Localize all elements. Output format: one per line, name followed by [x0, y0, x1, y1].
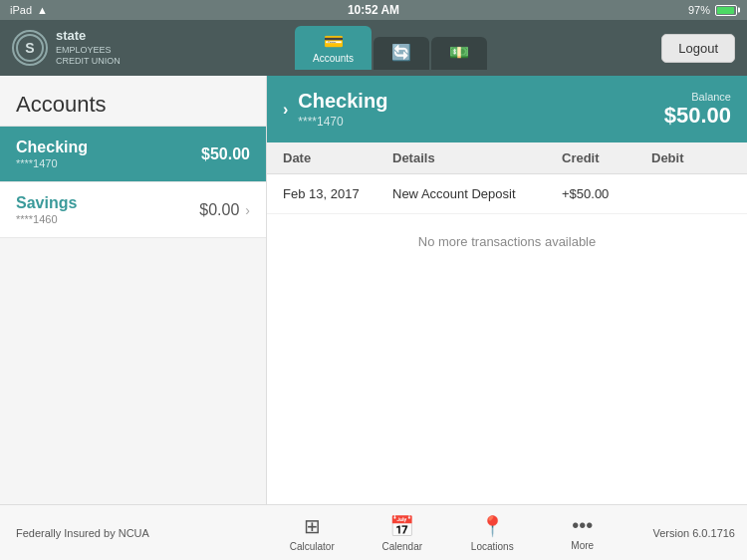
nav-calculator[interactable]: ⊞ Calculator [267, 505, 358, 561]
main-area: Accounts Checking ****1470 $50.00 Saving… [0, 76, 747, 504]
account-left-checking: Checking ****1470 [16, 139, 88, 169]
calendar-label: Calendar [381, 541, 422, 552]
nav-locations[interactable]: 📍 Locations [447, 505, 538, 561]
sidebar-title: Accounts [0, 76, 266, 127]
calendar-icon: 📅 [389, 514, 414, 538]
col-date: Date [283, 150, 392, 165]
logo-area: S state EMPLOYEES CREDIT UNION [12, 28, 121, 68]
balance-label: Balance [664, 91, 731, 103]
table-header: Date Details Credit Debit [267, 142, 747, 174]
logo-s: S [25, 40, 34, 56]
logo-circle-inner: S [16, 34, 44, 62]
tab-payments[interactable]: 💵 [431, 37, 487, 70]
right-panel: › Checking ****1470 Balance $50.00 Date … [267, 76, 747, 504]
more-label: More [571, 540, 594, 551]
expand-icon[interactable]: › [283, 101, 288, 119]
account-balance-savings: $0.00 [199, 201, 239, 219]
bottom-bar: Federally Insured by NCUA ⊞ Calculator 📅… [0, 504, 747, 560]
battery-icon [715, 5, 737, 16]
battery-pct: 97% [688, 4, 710, 16]
account-header-left: › Checking ****1470 [283, 90, 387, 129]
col-debit: Debit [651, 150, 731, 165]
account-item-checking[interactable]: Checking ****1470 $50.00 [0, 127, 266, 182]
calculator-icon: ⊞ [304, 514, 321, 538]
ipad-label: iPad [10, 4, 32, 16]
detail-account-number: ****1470 [298, 115, 387, 129]
more-icon: ••• [572, 514, 593, 537]
table-row: Feb 13, 2017 New Account Deposit +$50.00 [267, 174, 747, 214]
tx-details: New Account Deposit [392, 186, 562, 201]
transfers-tab-icon: 🔄 [391, 43, 411, 62]
chevron-right-icon: › [245, 202, 250, 218]
version-text: Version 6.0.1716 [652, 527, 735, 539]
transaction-table: Date Details Credit Debit Feb 13, 2017 N… [267, 142, 747, 504]
account-right-savings: $0.00 › [199, 201, 250, 219]
nav-tabs: 💳 Accounts 🔄 💵 [295, 26, 487, 70]
locations-icon: 📍 [480, 514, 505, 538]
col-details: Details [392, 150, 562, 165]
logo-circle: S [12, 30, 48, 66]
calculator-label: Calculator [290, 541, 335, 552]
status-bar: iPad ▲ 10:52 AM 97% [0, 0, 747, 20]
account-header-right: Balance $50.00 [664, 91, 731, 129]
account-number-checking: ****1470 [16, 157, 88, 169]
balance-amount: $50.00 [664, 103, 731, 129]
col-credit: Credit [562, 150, 651, 165]
account-left-savings: Savings ****1460 [16, 194, 77, 225]
nav-calendar[interactable]: 📅 Calendar [358, 505, 448, 561]
tx-credit: +$50.00 [562, 186, 651, 201]
version-area: Version 6.0.1716 [627, 505, 747, 560]
header: S state EMPLOYEES CREDIT UNION 💳 Account… [0, 20, 747, 76]
account-right-checking: $50.00 [201, 145, 250, 163]
logo-sub2: CREDIT UNION [56, 56, 121, 68]
no-more-transactions: No more transactions available [267, 214, 747, 269]
fdic-area: Federally Insured by NCUA [0, 505, 267, 560]
tab-transfers[interactable]: 🔄 [374, 37, 429, 70]
status-time: 10:52 AM [348, 3, 399, 17]
account-item-savings[interactable]: Savings ****1460 $0.00 › [0, 182, 266, 238]
account-name-savings: Savings [16, 194, 77, 212]
status-right: 97% [688, 4, 737, 16]
detail-account-name: Checking [298, 90, 387, 113]
nav-more[interactable]: ••• More [538, 505, 628, 561]
account-balance-checking: $50.00 [201, 145, 250, 163]
accounts-tab-label: Accounts [313, 53, 354, 64]
payments-tab-icon: 💵 [449, 43, 469, 62]
accounts-tab-icon: 💳 [324, 32, 344, 51]
logo-text: state EMPLOYEES CREDIT UNION [56, 28, 121, 68]
fdic-text: Federally Insured by NCUA [16, 527, 149, 539]
bottom-nav: ⊞ Calculator 📅 Calendar 📍 Locations ••• … [267, 505, 627, 560]
tx-date: Feb 13, 2017 [283, 186, 392, 201]
logo-state: state [56, 28, 121, 45]
logout-button[interactable]: Logout [661, 34, 735, 63]
sidebar: Accounts Checking ****1470 $50.00 Saving… [0, 76, 267, 504]
account-header: › Checking ****1470 Balance $50.00 [267, 76, 747, 142]
account-header-info: Checking ****1470 [298, 90, 387, 129]
account-number-savings: ****1460 [16, 213, 77, 225]
tab-accounts[interactable]: 💳 Accounts [295, 26, 372, 70]
locations-label: Locations [471, 541, 514, 552]
logo-sub1: EMPLOYEES [56, 45, 121, 57]
status-left: iPad ▲ [10, 4, 48, 16]
wifi-icon: ▲ [37, 4, 48, 16]
account-name-checking: Checking [16, 139, 88, 156]
